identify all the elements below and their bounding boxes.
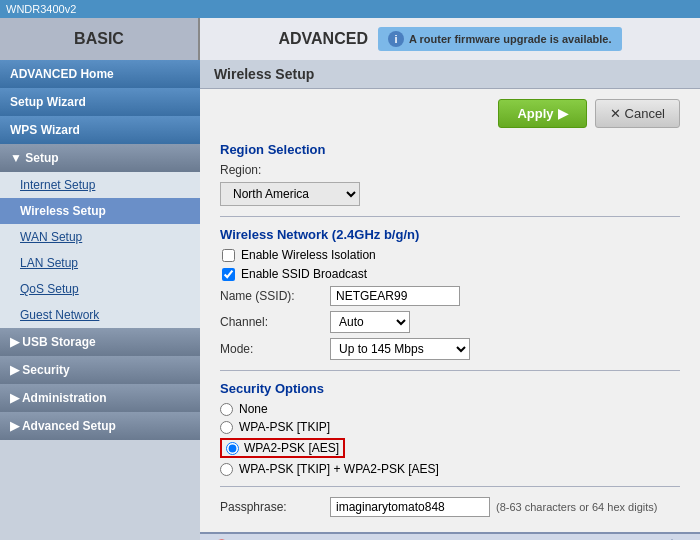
sidebar: ADVANCED Home Setup Wizard WPS Wizard ▼ … [0, 60, 200, 540]
tab-advanced[interactable]: ADVANCED i A router firmware upgrade is … [200, 18, 700, 60]
window-title: WNDR3400v2 [6, 3, 76, 15]
enable-isolation-label: Enable Wireless Isolation [241, 248, 376, 262]
sidebar-item-wan-setup[interactable]: WAN Setup [0, 224, 200, 250]
enable-ssid-checkbox[interactable] [222, 268, 235, 281]
sidebar-item-wps-wizard[interactable]: WPS Wizard [0, 116, 200, 144]
passphrase-input[interactable] [330, 497, 490, 517]
ssid-input[interactable] [330, 286, 460, 306]
passphrase-row: Passphrase: (8-63 characters or 64 hex d… [220, 497, 680, 517]
firmware-notice: i A router firmware upgrade is available… [378, 27, 622, 51]
radio-wpa2-psk-aes: WPA2-PSK [AES] [220, 438, 680, 458]
passphrase-label: Passphrase: [220, 500, 330, 514]
button-row: Apply ▶ ✕ Cancel [220, 99, 680, 128]
region-select[interactable]: North America [220, 182, 360, 206]
sidebar-item-wireless-setup[interactable]: Wireless Setup [0, 198, 200, 224]
sidebar-group-advanced-setup[interactable]: ▶ Advanced Setup [0, 412, 200, 440]
sidebar-item-lan-setup[interactable]: LAN Setup [0, 250, 200, 276]
sidebar-item-setup-wizard[interactable]: Setup Wizard [0, 88, 200, 116]
x-icon: ✕ [610, 106, 621, 121]
sidebar-item-qos-setup[interactable]: QoS Setup [0, 276, 200, 302]
radio-wpa-combined: WPA-PSK [TKIP] + WPA2-PSK [AES] [220, 462, 680, 476]
radio-wpa2-psk-aes-input[interactable] [226, 442, 239, 455]
region-row: Region: [220, 163, 680, 177]
radio-wpa2-psk-aes-label: WPA2-PSK [AES] [244, 441, 339, 455]
radio-wpa-combined-input[interactable] [220, 463, 233, 476]
passphrase-hint: (8-63 characters or 64 hex digits) [496, 501, 657, 513]
section-divider-3 [220, 486, 680, 487]
enable-isolation-row: Enable Wireless Isolation [220, 248, 680, 262]
content-area: Wireless Setup Apply ▶ ✕ Cancel Region S… [200, 60, 700, 540]
sidebar-item-guest-network[interactable]: Guest Network [0, 302, 200, 328]
channel-label: Channel: [220, 315, 330, 329]
section-divider-1 [220, 216, 680, 217]
title-bar: WNDR3400v2 [0, 0, 700, 18]
sidebar-item-internet-setup[interactable]: Internet Setup [0, 172, 200, 198]
ssid-label: Name (SSID): [220, 289, 330, 303]
mode-select[interactable]: Up to 145 Mbps [330, 338, 470, 360]
info-icon: i [388, 31, 404, 47]
section-divider-2 [220, 370, 680, 371]
cancel-button[interactable]: ✕ Cancel [595, 99, 680, 128]
radio-none-label: None [239, 402, 268, 416]
sidebar-group-setup[interactable]: ▼ Setup [0, 144, 200, 172]
tab-bar: BASIC ADVANCED i A router firmware upgra… [0, 18, 700, 60]
enable-isolation-checkbox[interactable] [222, 249, 235, 262]
wireless-section-title: Wireless Network (2.4GHz b/g/n) [220, 227, 680, 242]
radio-none-input[interactable] [220, 403, 233, 416]
content-body: Apply ▶ ✕ Cancel Region Selection Region… [200, 89, 700, 532]
security-section-title: Security Options [220, 381, 680, 396]
sidebar-group-administration[interactable]: ▶ Administration [0, 384, 200, 412]
main-layout: ADVANCED Home Setup Wizard WPS Wizard ▼ … [0, 60, 700, 540]
enable-ssid-row: Enable SSID Broadcast [220, 267, 680, 281]
radio-wpa-combined-label: WPA-PSK [TKIP] + WPA2-PSK [AES] [239, 462, 439, 476]
page-title: Wireless Setup [200, 60, 700, 89]
radio-wpa-psk-tkip-input[interactable] [220, 421, 233, 434]
sidebar-item-advanced-home[interactable]: ADVANCED Home [0, 60, 200, 88]
radio-wpa-psk-tkip-label: WPA-PSK [TKIP] [239, 420, 330, 434]
enable-ssid-label: Enable SSID Broadcast [241, 267, 367, 281]
channel-row: Channel: Auto [220, 311, 680, 333]
mode-label: Mode: [220, 342, 330, 356]
ssid-row: Name (SSID): [220, 286, 680, 306]
selected-option-box: WPA2-PSK [AES] [220, 438, 345, 458]
apply-button[interactable]: Apply ▶ [498, 99, 586, 128]
help-center-bar: ❓ Help Center [200, 532, 700, 540]
radio-none: None [220, 402, 680, 416]
arrow-icon: ▶ [558, 106, 568, 121]
sidebar-group-usb-storage[interactable]: ▶ USB Storage [0, 328, 200, 356]
sidebar-group-security[interactable]: ▶ Security [0, 356, 200, 384]
channel-select[interactable]: Auto [330, 311, 410, 333]
tab-basic[interactable]: BASIC [0, 18, 200, 60]
region-section-title: Region Selection [220, 142, 680, 157]
radio-wpa-psk-tkip: WPA-PSK [TKIP] [220, 420, 680, 434]
region-label: Region: [220, 163, 330, 177]
mode-row: Mode: Up to 145 Mbps [220, 338, 680, 360]
